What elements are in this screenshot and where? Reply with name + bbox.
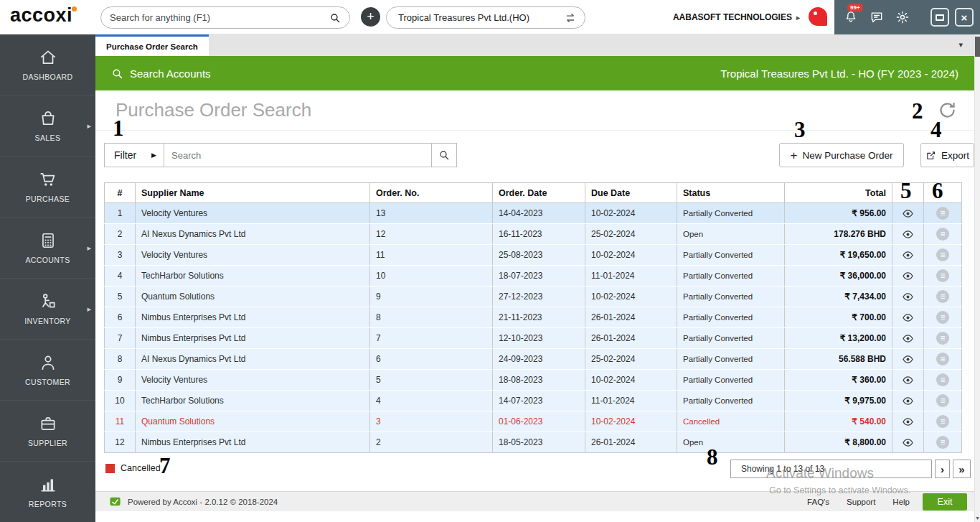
- row-menu-icon[interactable]: ≡: [936, 248, 949, 261]
- row-menu-icon[interactable]: ≡: [936, 311, 949, 324]
- order-number: 4: [370, 391, 493, 411]
- row-menu-icon[interactable]: ≡: [936, 394, 949, 407]
- tab-purchase-order-search[interactable]: Purchase Order Search: [95, 34, 209, 56]
- view-order-icon[interactable]: [902, 332, 914, 345]
- view-order-icon[interactable]: [902, 416, 914, 428]
- new-purchase-order-label: New Purchase Order: [802, 150, 892, 161]
- company-selector[interactable]: Tropical Treasures Pvt Ltd.(HO): [386, 6, 585, 29]
- sidebar-item-inventory[interactable]: INVENTORY▸: [0, 279, 95, 340]
- table-search-button[interactable]: [431, 143, 457, 167]
- sidebar-item-customer[interactable]: CUSTOMER: [0, 340, 95, 401]
- view-order-icon[interactable]: [902, 208, 914, 220]
- column-header-total[interactable]: Total: [785, 183, 892, 203]
- row-menu-icon[interactable]: ≡: [936, 373, 949, 386]
- due-date: 26-01-2024: [585, 432, 677, 453]
- scrollbar-down-icon[interactable]: ▾: [975, 515, 980, 521]
- minimize-button[interactable]: [930, 8, 949, 27]
- settings-icon[interactable]: [895, 10, 910, 24]
- sidebar-item-purchase[interactable]: PURCHASE: [0, 157, 95, 218]
- supplier-name: Velocity Ventures: [136, 203, 370, 224]
- customer-icon: [39, 353, 57, 372]
- scrollbar-thumb[interactable]: [975, 37, 980, 57]
- row-menu-icon[interactable]: ≡: [936, 228, 949, 241]
- view-order-icon[interactable]: [902, 395, 914, 407]
- row-menu-icon[interactable]: ≡: [936, 207, 949, 220]
- new-purchase-order-button[interactable]: + New Purchase Order: [779, 143, 904, 167]
- pagination-next-button[interactable]: ›: [935, 460, 950, 478]
- pagination-last-button[interactable]: »: [953, 460, 971, 478]
- supplier-name: AI Nexus Dynamics Pvt Ltd: [136, 224, 370, 245]
- view-cell: [892, 245, 924, 266]
- row-menu-icon[interactable]: ≡: [936, 436, 949, 449]
- pagination-summary[interactable]: Showing 1 to 13 of 13: [730, 460, 932, 478]
- table-row[interactable]: 12Nimbus Enterprises Pvt Ltd218-05-20232…: [105, 432, 962, 453]
- sidebar-item-supplier[interactable]: SUPPLIER: [0, 401, 95, 462]
- quick-add-button[interactable]: +: [361, 7, 380, 27]
- view-order-icon[interactable]: [902, 291, 914, 303]
- view-order-icon[interactable]: [902, 374, 914, 386]
- column-header-order-date[interactable]: Order. Date: [493, 183, 585, 203]
- messages-icon[interactable]: [870, 10, 884, 24]
- sidebar-item-dashboard[interactable]: DASHBOARD: [0, 34, 95, 95]
- column-header-supplier-name[interactable]: Supplier Name: [136, 183, 370, 203]
- table-row[interactable]: 7Nimbus Enterprises Pvt Ltd712-10-202326…: [105, 328, 962, 349]
- view-order-icon[interactable]: [902, 228, 914, 241]
- menu-cell: ≡: [924, 286, 962, 307]
- table-row[interactable]: 1Velocity Ventures1314-04-202310-02-2024…: [105, 203, 962, 224]
- row-menu-icon[interactable]: ≡: [936, 290, 949, 303]
- row-menu-icon[interactable]: ≡: [936, 415, 949, 428]
- filter-button[interactable]: Filter ▶: [104, 143, 164, 167]
- table-row[interactable]: 8AI Nexus Dynamics Pvt Ltd624-09-202325-…: [105, 349, 962, 370]
- notifications-icon[interactable]: [844, 10, 858, 24]
- view-order-icon[interactable]: [902, 249, 914, 261]
- home-icon: [39, 48, 57, 67]
- menu-cell: ≡: [924, 203, 962, 224]
- close-button[interactable]: ×: [955, 8, 974, 27]
- column-header-due-date[interactable]: Due Date: [585, 183, 677, 203]
- table-row[interactable]: 3Velocity Ventures1125-08-202310-02-2024…: [105, 245, 962, 266]
- table-row[interactable]: 11Quantum Solutions301-06-202310-02-2024…: [105, 411, 962, 432]
- table-row[interactable]: 2AI Nexus Dynamics Pvt Ltd1216-11-202325…: [105, 224, 962, 245]
- order-status: Partially Converted: [677, 203, 785, 224]
- sidebar-item-reports[interactable]: REPORTS: [0, 462, 95, 522]
- table-row[interactable]: 9Velocity Ventures518-08-202310-02-2024P…: [105, 370, 962, 391]
- organization-selector[interactable]: AABASOFT TECHNOLOGIES ▸: [667, 0, 800, 34]
- sidebar-item-sales[interactable]: SALES▸: [0, 95, 95, 157]
- table-row[interactable]: 6Nimbus Enterprises Pvt Ltd821-11-202326…: [105, 307, 962, 328]
- page-title: Purchase Order Search: [116, 99, 311, 121]
- view-order-icon[interactable]: [902, 437, 914, 449]
- sidebar-item-accounts[interactable]: ACCOUNTS▸: [0, 218, 95, 279]
- footer-link-support[interactable]: Support: [847, 498, 875, 506]
- sidebar-item-label: DASHBOARD: [22, 73, 72, 81]
- view-cell: [892, 203, 924, 224]
- tab-list-caret-icon[interactable]: ▾: [958, 40, 963, 50]
- table-search-input[interactable]: [164, 143, 432, 167]
- table-row[interactable]: 5Quantum Solutions927-12-202310-02-2024P…: [105, 286, 962, 307]
- row-menu-icon[interactable]: ≡: [936, 353, 949, 365]
- menu-cell: ≡: [924, 266, 962, 286]
- table-row[interactable]: 4TechHarbor Solutions1018-07-202311-01-2…: [105, 266, 962, 286]
- order-date: 14-04-2023: [493, 203, 585, 224]
- view-order-icon[interactable]: [902, 312, 914, 324]
- footer-link-faqs[interactable]: FAQ's: [807, 498, 829, 506]
- supplier-name: TechHarbor Solutions: [136, 266, 370, 286]
- row-menu-icon[interactable]: ≡: [936, 269, 949, 282]
- row-menu-icon[interactable]: ≡: [936, 332, 949, 345]
- refresh-icon[interactable]: [938, 101, 957, 120]
- view-order-icon[interactable]: [902, 270, 914, 282]
- menu-cell: ≡: [924, 432, 962, 453]
- view-order-icon[interactable]: [902, 353, 914, 365]
- global-search-input[interactable]: [110, 12, 329, 23]
- exit-button[interactable]: Exit: [923, 493, 967, 511]
- column-header-[interactable]: #: [105, 183, 136, 203]
- search-icon: [438, 149, 450, 161]
- search-icon: [329, 12, 341, 24]
- column-header-status[interactable]: Status: [677, 183, 785, 203]
- table-row[interactable]: 10TechHarbor Solutions414-07-202311-01-2…: [105, 391, 962, 411]
- order-status: Partially Converted: [677, 266, 785, 286]
- column-header-order-no[interactable]: Order. No.: [370, 183, 493, 203]
- inventory-icon: [39, 292, 57, 311]
- supplier-name: TechHarbor Solutions: [136, 391, 370, 411]
- export-button[interactable]: Export: [920, 143, 974, 167]
- footer-link-help[interactable]: Help: [892, 498, 910, 506]
